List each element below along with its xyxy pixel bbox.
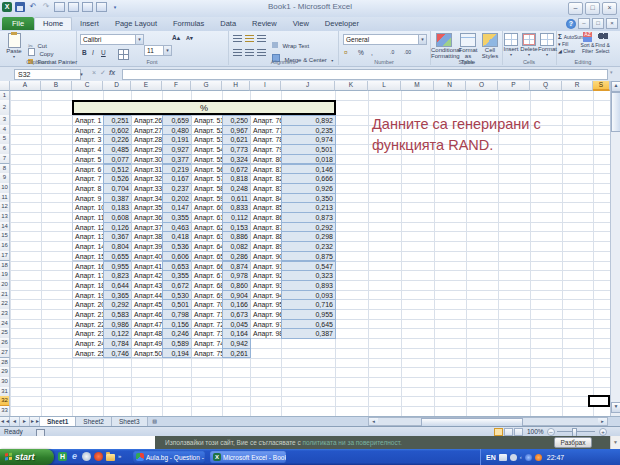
active-cell[interactable] — [588, 395, 610, 407]
folder-icon[interactable] — [106, 454, 115, 461]
opera-icon[interactable] — [94, 452, 103, 461]
zoom-in-icon[interactable]: + — [599, 428, 607, 436]
column-header[interactable]: B — [41, 81, 72, 91]
sheet-tab-sheet1[interactable]: Sheet1 — [40, 417, 76, 426]
horizontal-scrollbar[interactable]: ◄ ► — [368, 417, 608, 426]
page-scroll-down-icon[interactable]: ▼ — [610, 436, 620, 449]
cell-value[interactable]: 0,194 — [162, 348, 192, 359]
status-icon[interactable] — [510, 454, 517, 461]
column-header[interactable]: I — [250, 81, 281, 91]
align-right-icon[interactable] — [257, 49, 266, 57]
scroll-right-icon[interactable]: ► — [598, 418, 607, 425]
column-header[interactable]: R — [562, 81, 593, 91]
row-header[interactable]: 33 — [0, 406, 10, 416]
fill-button[interactable]: ▾ Fill — [558, 41, 568, 47]
name-box[interactable]: S32 — [14, 69, 81, 80]
column-header[interactable]: E — [131, 81, 162, 91]
insert-cells-button[interactable]: Insert▾ — [502, 32, 520, 57]
prev-sheet-icon[interactable]: ◄ — [10, 417, 20, 426]
format-cells-button[interactable]: Format▾ — [538, 32, 556, 57]
scroll-up-icon[interactable]: ▲ — [611, 81, 620, 92]
find-select-button[interactable]: Find &Select — [595, 32, 610, 54]
column-header[interactable]: P — [498, 81, 530, 91]
column-header[interactable]: G — [191, 81, 222, 91]
decrease-decimal-icon[interactable]: .00 — [404, 49, 411, 55]
column-header[interactable]: C — [72, 81, 103, 91]
network-icon[interactable] — [525, 454, 532, 461]
task-button[interactable]: XMicrosoft Excel - Book1 — [210, 451, 286, 463]
column-header[interactable]: K — [335, 81, 368, 91]
keyboard-icon[interactable] — [499, 454, 507, 461]
align-left-icon[interactable] — [233, 49, 242, 57]
language-indicator[interactable]: EN — [486, 454, 496, 461]
insert-worksheet-icon[interactable]: ▨ — [148, 417, 162, 426]
internet-explorer-icon[interactable]: e — [70, 452, 79, 461]
column-header[interactable]: Q — [530, 81, 562, 91]
bold-button[interactable]: B — [82, 49, 87, 56]
column-header[interactable]: O — [466, 81, 498, 91]
insert-function-icon[interactable]: fx — [109, 69, 115, 76]
antivirus-icon[interactable] — [535, 454, 542, 461]
vertical-scroll-thumb[interactable] — [611, 92, 620, 132]
scroll-left-icon[interactable]: ◄ — [369, 418, 378, 425]
column-header[interactable]: L — [368, 81, 401, 91]
next-sheet-icon[interactable]: ► — [20, 417, 30, 426]
tab-developer[interactable]: Developer — [317, 17, 367, 30]
privacy-policy-link[interactable]: политиката ни за поверителност. — [303, 439, 402, 446]
tab-file[interactable]: File — [2, 17, 34, 30]
column-header[interactable]: S — [593, 81, 610, 91]
ribbon-restore-icon[interactable]: □ — [592, 18, 604, 29]
underline-button[interactable]: U — [101, 49, 106, 56]
column-header[interactable]: N — [434, 81, 466, 91]
cancel-icon[interactable]: × — [92, 69, 96, 76]
ribbon-minimize-icon[interactable]: – — [578, 18, 590, 29]
help-icon[interactable]: ? — [566, 19, 576, 29]
tab-page-layout[interactable]: Page Layout — [107, 17, 165, 30]
sheet-tab-sheet2[interactable]: Sheet2 — [76, 417, 112, 426]
column-header[interactable]: F — [162, 81, 191, 91]
formula-input[interactable] — [122, 69, 608, 80]
tab-insert[interactable]: Insert — [72, 17, 107, 30]
increase-decimal-icon[interactable]: .0 — [390, 49, 394, 55]
vertical-scrollbar[interactable]: ▲ ▼ — [610, 81, 620, 416]
shrink-font-button[interactable]: A▾ — [186, 35, 193, 41]
column-header[interactable]: H — [222, 81, 250, 91]
align-middle-icon[interactable] — [245, 35, 254, 43]
tab-view[interactable]: View — [285, 17, 317, 30]
page-layout-view-icon[interactable] — [504, 428, 513, 436]
task-button[interactable]: Aula.bg - Question - ... — [133, 451, 205, 463]
column-header[interactable]: M — [401, 81, 434, 91]
name-box-dropdown-icon[interactable]: ▾ — [77, 69, 86, 80]
normal-view-icon[interactable] — [494, 428, 503, 436]
start-button[interactable]: start — [0, 449, 54, 465]
cell-label[interactable]: Апарт.50 — [131, 348, 163, 359]
zoom-out-icon[interactable]: – — [547, 428, 555, 436]
align-top-icon[interactable] — [233, 35, 242, 43]
formula-bar-expand-icon[interactable]: ▾ — [610, 69, 613, 75]
grow-font-button[interactable]: A▴ — [172, 34, 180, 42]
scroll-down-icon[interactable]: ▼ — [611, 402, 620, 413]
app-icon[interactable] — [82, 452, 91, 461]
delete-cells-button[interactable]: Delete▾ — [520, 32, 538, 57]
tab-review[interactable]: Review — [244, 17, 285, 30]
font-size-combo[interactable]: 11▾ — [144, 45, 172, 56]
paste-button[interactable]: Paste ▾ — [4, 33, 24, 59]
select-all-corner[interactable] — [0, 81, 10, 91]
ribbon-close-icon[interactable]: × — [606, 18, 618, 29]
cell-value[interactable]: 0,261 — [222, 348, 251, 359]
column-header[interactable]: D — [103, 81, 131, 91]
tab-formulas[interactable]: Formulas — [165, 17, 212, 30]
font-family-combo[interactable]: Calibri▾ — [80, 34, 144, 45]
first-sheet-icon[interactable]: ◄◄ — [0, 417, 10, 426]
sort-filter-button[interactable]: AZ Sort &Filter — [580, 32, 595, 54]
orientation-icon[interactable] — [257, 35, 266, 43]
clear-button[interactable]: ◢ Clear — [558, 48, 575, 54]
align-center-icon[interactable] — [245, 49, 254, 57]
spreadsheet-grid[interactable]: Данните са генерирани с функцията RAND. … — [0, 81, 610, 416]
minimize-button[interactable]: – — [568, 2, 583, 15]
comma-icon[interactable]: , — [371, 49, 373, 56]
cookie-accept-button[interactable]: Разбрах — [554, 437, 592, 448]
tab-data[interactable]: Data — [212, 17, 244, 30]
h-app-icon[interactable]: H — [58, 452, 67, 461]
cell-value[interactable]: 0,746 — [103, 348, 132, 359]
